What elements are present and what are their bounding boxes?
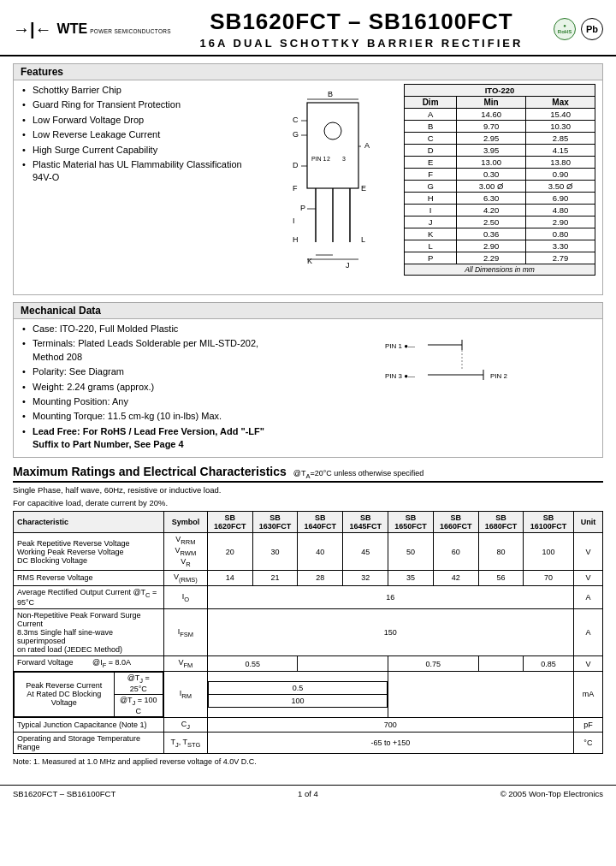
char-irm: Peak Reverse CurrentAt Rated DC Blocking… (14, 672, 164, 718)
mech-item-1: Case: ITO-220, Full Molded Plastic (21, 323, 286, 335)
rohs-badge: ●RoHS (554, 18, 576, 40)
dim-row-d: D3.954.15 (405, 145, 595, 157)
char-vrms: RMS Reverse Voltage (14, 570, 164, 585)
mech-item-6: Mounting Torque: 11.5 cm-kg (10 in-lbs) … (21, 410, 286, 423)
footer-center: 1 of 4 (298, 789, 318, 798)
char-ifsm: Non-Repetitive Peak Forward Surge Curren… (14, 609, 164, 656)
mech-item-3: Polarity: See Diagram (21, 365, 286, 378)
col-symbol: Symbol (163, 512, 207, 533)
val-tj-merged: -65 to +150 (207, 733, 573, 754)
page-footer: SB1620FCT – SB16100FCT 1 of 4 © 2005 Won… (0, 785, 616, 802)
irm-vals-table: 0.5 100 (208, 681, 388, 708)
row-vrms: RMS Reverse Voltage V(RMS) 14 21 28 32 3… (14, 570, 603, 585)
mech-item-2: Terminals: Plated Leads Solderable per M… (21, 337, 286, 364)
col-sb1630: SB1630FCT (252, 512, 298, 533)
svg-text:3: 3 (342, 156, 346, 162)
unit-tj: °C (573, 733, 602, 754)
col-characteristic: Characteristic (14, 512, 164, 533)
pin-diagram-svg: PIN 1 ●— PIN 3 ●— PIN 2 (381, 323, 509, 417)
svg-text:2: 2 (327, 156, 330, 162)
irm-cond-100: @TJ = 100 C (114, 694, 163, 716)
sym-ifsm: IFSM (163, 609, 207, 656)
sym-vrrm: VRRMVRWMVR (163, 533, 207, 570)
dim-row-b: B9.7010.30 (405, 121, 595, 133)
dim-row-h: H6.306.90 (405, 193, 595, 205)
val-vrrm-1645: 45 (343, 533, 388, 570)
val-vfm-1: 0.55 (207, 656, 298, 672)
dim-row-j: J2.502.90 (405, 216, 595, 228)
mechanical-right: PIN 1 ●— PIN 3 ●— PIN 2 (294, 323, 595, 454)
features-section: Features Schottky Barrier Chip Guard Rin… (13, 63, 603, 295)
dim-col-dim: Dim (405, 97, 457, 109)
ratings-note1: Single Phase, half wave, 60Hz, resistive… (13, 485, 603, 495)
svg-text:C: C (293, 116, 299, 124)
irm-val-row-bot: 100 (208, 694, 387, 707)
val-vrrm-1660: 60 (433, 533, 478, 570)
val-vrms-1650: 35 (388, 570, 434, 585)
row-vrrm: Peak Repetitive Reverse VoltageWorking P… (14, 533, 603, 570)
irm-cond-25: @TJ = 25°C (114, 673, 163, 695)
sym-io: IO (163, 585, 207, 609)
svg-text:PIN 1 ●—: PIN 1 ●— (385, 342, 415, 350)
col-sb1620: SB1620FCT (207, 512, 252, 533)
val-vrms-1640: 28 (298, 570, 343, 585)
feature-item-3: Low Forward Voltage Drop (21, 114, 252, 127)
val-vrms-1645: 32 (343, 570, 388, 585)
dim-row-p: P2.292.79 (405, 252, 595, 264)
mechanical-list: Case: ITO-220, Full Molded Plastic Termi… (21, 323, 286, 454)
val-vrrm-1640: 40 (298, 533, 343, 570)
row-irm: Peak Reverse CurrentAt Rated DC Blocking… (14, 672, 603, 718)
footnote-text: Note: 1. Measured at 1.0 MHz and applied… (13, 757, 257, 766)
sym-irm: IRM (163, 672, 207, 718)
svg-text:E: E (361, 184, 366, 193)
svg-rect-2 (307, 103, 358, 188)
svg-text:F: F (293, 184, 298, 193)
dim-row-c: C2.952.85 (405, 133, 595, 145)
ratings-header: Maximum Ratings and Electrical Character… (13, 465, 603, 483)
col-sb1680: SB1680FCT (478, 512, 524, 533)
irm-sub-table: Peak Reverse CurrentAt Rated DC Blocking… (14, 672, 163, 717)
val-vfm-3: 0.85 (524, 656, 573, 672)
svg-text:B: B (328, 90, 333, 98)
val-cj-merged: 700 (207, 717, 573, 733)
feature-item-6: Plastic Material has UL Flammability Cla… (21, 158, 252, 185)
val-vrrm-1680: 80 (478, 533, 524, 570)
unit-vrms: V (573, 570, 602, 585)
logo-symbol: →|← (13, 20, 52, 39)
page-header: →|← WTE POWER SEMICONDUCTORS SB1620FCT –… (0, 0, 616, 56)
features-list: Schottky Barrier Chip Guard Ring for Tra… (21, 84, 252, 291)
val-ifsm-merged: 150 (207, 609, 573, 656)
svg-text:G: G (293, 130, 299, 139)
char-cj: Typical Junction Capacitance (Note 1) (14, 717, 164, 733)
svg-text:A: A (364, 141, 370, 150)
main-content: Features Schottky Barrier Chip Guard Rin… (0, 56, 616, 776)
dim-row-a: A14.6015.40 (405, 109, 595, 121)
dim-row-e: E13.0013.80 (405, 157, 595, 169)
row-tj: Operating and Storage Temperature Range … (14, 733, 603, 754)
char-tj: Operating and Storage Temperature Range (14, 733, 164, 754)
svg-text:L: L (361, 235, 365, 244)
val-vfm-empty (298, 656, 388, 672)
unit-cj: pF (573, 717, 602, 733)
mech-item-4: Weight: 2.24 grams (approx.) (21, 381, 286, 394)
feature-item-5: High Surge Current Capability (21, 144, 252, 157)
svg-text:PIN 1: PIN 1 (311, 156, 327, 162)
dim-row-f: F0.300.90 (405, 169, 595, 181)
ratings-title: Maximum Ratings and Electrical Character… (13, 465, 287, 478)
char-io: Average Rectified Output Current @TC = 9… (14, 585, 164, 609)
dim-row-l: L2.903.30 (405, 240, 595, 252)
ratings-section: Maximum Ratings and Electrical Character… (13, 465, 603, 755)
irm-val-100-left: 100 (208, 694, 387, 707)
svg-text:PIN 2: PIN 2 (490, 372, 508, 380)
row-io: Average Rectified Output Current @TC = 9… (14, 585, 603, 609)
package-svg: B C G PIN 1 2 3 (260, 84, 393, 289)
dim-col-min: Min (457, 97, 526, 109)
val-vfm-2: 0.75 (388, 656, 479, 672)
unit-io: A (573, 585, 602, 609)
part-number: SB1620FCT – SB16100FCT (171, 9, 552, 35)
dim-row-k: K0.360.80 (405, 228, 595, 240)
ratings-table: Characteristic Symbol SB1620FCT SB1630FC… (13, 511, 603, 754)
ratings-condition: @TA=20°C unless otherwise specified (293, 469, 424, 480)
mech-item-5: Mounting Position: Any (21, 395, 286, 408)
irm-val-row-top: 0.5 (208, 681, 387, 694)
